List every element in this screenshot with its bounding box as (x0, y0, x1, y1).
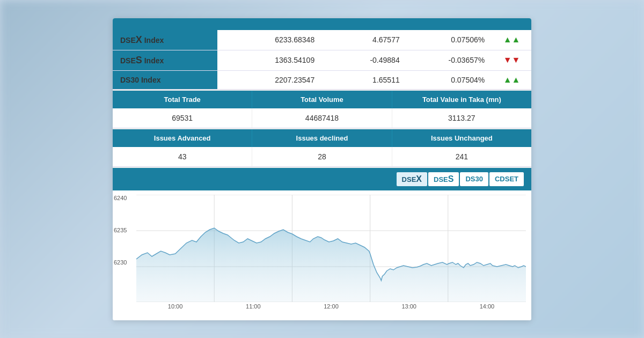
stats-section: Total TradeTotal VolumeTotal Value in Ta… (113, 90, 531, 128)
index-table: DSEX Index 6233.68348 4.67577 0.07506% ▲… (113, 29, 531, 90)
stats-value-0: 69531 (113, 108, 252, 128)
index-arrow-0: ▲▲ (492, 30, 531, 50)
stats-header-2: Total Value in Taka (mn) (392, 91, 531, 108)
issues-value-0: 43 (113, 147, 252, 166)
x-label-14:00: 14:00 (448, 303, 526, 310)
issues-value-2: 241 (392, 147, 531, 166)
index-value-0: 6233.68348 (217, 30, 322, 50)
y-label-6235: 6235 (114, 227, 127, 233)
index-value-2: 2207.23547 (217, 70, 322, 89)
chart-header: DSEXDSESDS30CDSET (113, 168, 531, 190)
x-axis-labels: 10:0011:0012:0013:0014:00 (136, 303, 526, 310)
x-label-13:00: 13:00 (370, 303, 448, 310)
index-pct-0: 0.07506% (407, 30, 493, 50)
tab-cdset[interactable]: CDSET (489, 172, 524, 186)
chart-area: 6240 6235 6230 (113, 190, 531, 320)
index-change-0: 4.67577 (322, 30, 407, 50)
x-label-11:00: 11:00 (214, 303, 292, 310)
tab-ds30[interactable]: DS30 (460, 172, 488, 186)
direction-icon: ▲▲ (503, 75, 521, 84)
tab-dsex[interactable]: DSEX (397, 172, 427, 186)
stats-header-row: Total TradeTotal VolumeTotal Value in Ta… (113, 91, 531, 108)
main-panel: DSEX Index 6233.68348 4.67577 0.07506% ▲… (113, 18, 531, 320)
x-label-10:00: 10:00 (136, 303, 214, 310)
x-label-12:00: 12:00 (292, 303, 370, 310)
stats-header-0: Total Trade (113, 91, 252, 108)
tab-dses[interactable]: DSES (428, 172, 459, 186)
stats-header-1: Total Volume (252, 91, 392, 108)
issues-header-2: Issues Unchanged (392, 129, 531, 147)
index-arrow-1: ▼▼ (492, 50, 531, 70)
issues-section: Issues AdvancedIssues declinedIssues Unc… (113, 128, 531, 167)
last-update-bar (113, 18, 531, 29)
stats-value-2: 3113.27 (392, 108, 531, 128)
chart-section: DSEXDSESDS30CDSET 6240 6235 6230 (113, 167, 531, 320)
index-arrow-2: ▲▲ (492, 70, 531, 89)
direction-icon: ▲▲ (503, 35, 521, 44)
chart-svg (136, 195, 526, 302)
issues-header-0: Issues Advanced (113, 129, 252, 147)
issues-header-row: Issues AdvancedIssues declinedIssues Unc… (113, 129, 531, 147)
y-label-6230: 6230 (114, 259, 127, 266)
index-change-1: -0.49884 (322, 50, 407, 70)
index-value-1: 1363.54109 (217, 50, 322, 70)
index-label-2: DS30 Index (113, 70, 217, 89)
index-pct-2: 0.07504% (407, 70, 493, 89)
index-label-1: DSES Index (113, 50, 217, 70)
issues-header-1: Issues declined (252, 129, 392, 147)
direction-icon: ▼▼ (503, 55, 521, 64)
stats-value-1: 44687418 (252, 108, 392, 128)
index-change-2: 1.65511 (322, 70, 407, 89)
stats-value-row: 69531446874183113.27 (113, 108, 531, 128)
index-pct-1: -0.03657% (407, 50, 493, 70)
issues-value-1: 28 (252, 147, 392, 166)
tab-group: DSEXDSESDS30CDSET (397, 172, 524, 186)
y-label-6240: 6240 (114, 195, 127, 201)
index-label-0: DSEX Index (113, 30, 217, 50)
issues-value-row: 4328241 (113, 147, 531, 167)
